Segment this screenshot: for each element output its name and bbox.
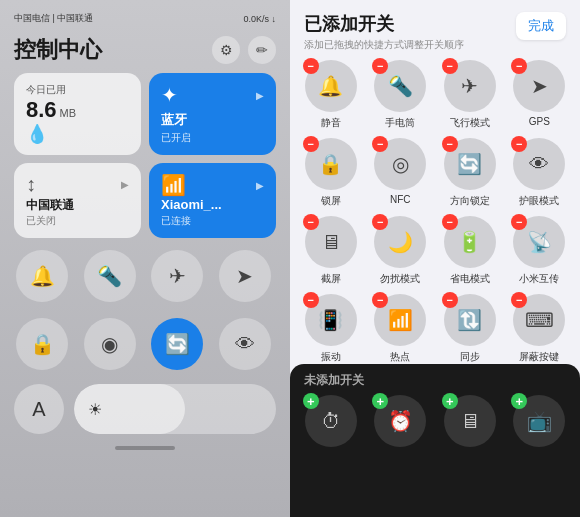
added-item-0[interactable]: 🔔 − 静音 bbox=[300, 60, 362, 130]
not-added-grid: ⏱ + ⏰ + 🖥 + 📺 + bbox=[300, 395, 570, 447]
brightness-bar[interactable]: ☀ bbox=[74, 384, 276, 434]
added-item-15[interactable]: ⌨ − 屏蔽按键 bbox=[509, 294, 571, 364]
airplane-icon-btn[interactable]: ✈ bbox=[151, 250, 203, 302]
tile-value: 8.6 bbox=[26, 97, 57, 123]
nfc-icon-btn[interactable]: ◉ bbox=[84, 318, 136, 370]
added-item-1[interactable]: 🔦 − 手电筒 bbox=[370, 60, 432, 130]
add-badge[interactable]: + bbox=[442, 393, 458, 409]
carrier-sub: 已关闭 bbox=[26, 214, 129, 228]
remove-badge[interactable]: − bbox=[303, 292, 319, 308]
water-icon: 💧 bbox=[26, 123, 129, 145]
rotation-icon-btn[interactable]: 🔄 bbox=[151, 318, 203, 370]
gps-icon-btn[interactable]: ➤ bbox=[219, 250, 271, 302]
font-label: A bbox=[32, 398, 45, 421]
added-item-12[interactable]: 📳 − 振动 bbox=[300, 294, 362, 364]
not-added-item-2[interactable]: 🖥 + bbox=[439, 395, 501, 447]
remove-badge[interactable]: − bbox=[303, 136, 319, 152]
added-label: 振动 bbox=[321, 350, 341, 364]
added-icon-wrap: ✈ − bbox=[444, 60, 496, 112]
title-icons: ⚙ ✏ bbox=[212, 36, 276, 64]
speed-text: 0.0K/s ↓ bbox=[243, 14, 276, 24]
added-item-2[interactable]: ✈ − 飞行模式 bbox=[439, 60, 501, 130]
added-label: 省电模式 bbox=[450, 272, 490, 286]
added-icon-wrap: 🔒 − bbox=[305, 138, 357, 190]
added-label: 飞行模式 bbox=[450, 116, 490, 130]
added-icon-wrap: ⌨ − bbox=[513, 294, 565, 346]
not-added-icon-wrap: ⏱ + bbox=[305, 395, 357, 447]
added-label: 静音 bbox=[321, 116, 341, 130]
right-title: 已添加开关 bbox=[304, 12, 464, 36]
water-tile[interactable]: 今日已用 8.6 MB 💧 bbox=[14, 73, 141, 155]
add-badge[interactable]: + bbox=[303, 393, 319, 409]
added-icon-wrap: 🔄 − bbox=[444, 138, 496, 190]
added-item-11[interactable]: 📡 − 小米互传 bbox=[509, 216, 571, 286]
gear-icon[interactable]: ⚙ bbox=[212, 36, 240, 64]
remove-badge[interactable]: − bbox=[442, 292, 458, 308]
title-row: 控制中心 ⚙ ✏ bbox=[14, 35, 276, 65]
added-icon-wrap: 📡 − bbox=[513, 216, 565, 268]
done-button[interactable]: 完成 bbox=[516, 12, 566, 40]
added-item-14[interactable]: 🔃 − 同步 bbox=[439, 294, 501, 364]
remove-badge[interactable]: − bbox=[303, 58, 319, 74]
added-label: NFC bbox=[390, 194, 411, 205]
remove-badge[interactable]: − bbox=[442, 58, 458, 74]
added-label: GPS bbox=[529, 116, 550, 127]
bottom-row: A ☀ bbox=[14, 384, 276, 434]
added-icon-wrap: 🔋 − bbox=[444, 216, 496, 268]
added-item-6[interactable]: 🔄 − 方向锁定 bbox=[439, 138, 501, 208]
remove-badge[interactable]: − bbox=[303, 214, 319, 230]
arrow-icon: ▶ bbox=[256, 90, 264, 101]
added-icon-wrap: 👁 − bbox=[513, 138, 565, 190]
not-added-section: 未添加开关 ⏱ + ⏰ + 🖥 + 📺 + bbox=[290, 364, 580, 517]
added-icon-wrap: 🔔 − bbox=[305, 60, 357, 112]
brightness-icon: ☀ bbox=[88, 400, 102, 419]
second-tiles-row: ↕ ▶ 中国联通 已关闭 📶 ▶ Xiaomi_... 已连接 bbox=[14, 163, 276, 238]
added-item-3[interactable]: ➤ − GPS bbox=[509, 60, 571, 130]
remove-badge[interactable]: − bbox=[442, 136, 458, 152]
added-label: 锁屏 bbox=[321, 194, 341, 208]
not-added-item-3[interactable]: 📺 + bbox=[509, 395, 571, 447]
edit-icon[interactable]: ✏ bbox=[248, 36, 276, 64]
added-item-13[interactable]: 📶 − 热点 bbox=[370, 294, 432, 364]
not-added-item-1[interactable]: ⏰ + bbox=[370, 395, 432, 447]
added-icon-wrap: 🌙 − bbox=[374, 216, 426, 268]
status-bar-left: 中国电信 | 中国联通 0.0K/s ↓ bbox=[14, 12, 276, 25]
bluetooth-label: 蓝牙 bbox=[161, 111, 264, 129]
added-icon-wrap: 🔦 − bbox=[374, 60, 426, 112]
bluetooth-tile[interactable]: ✦ ▶ 蓝牙 已开启 bbox=[149, 73, 276, 155]
lock-icon-btn[interactable]: 🔒 bbox=[16, 318, 68, 370]
added-item-9[interactable]: 🌙 − 勿扰模式 bbox=[370, 216, 432, 286]
added-item-7[interactable]: 👁 − 护眼模式 bbox=[509, 138, 571, 208]
wifi-tile[interactable]: 📶 ▶ Xiaomi_... 已连接 bbox=[149, 163, 276, 238]
not-added-icon-wrap: 🖥 + bbox=[444, 395, 496, 447]
added-label: 勿扰模式 bbox=[380, 272, 420, 286]
carrier-label: 中国联通 bbox=[26, 197, 129, 214]
page-title: 控制中心 bbox=[14, 35, 102, 65]
not-added-icon-wrap: 📺 + bbox=[513, 395, 565, 447]
added-label: 截屏 bbox=[321, 272, 341, 286]
eye-icon-btn[interactable]: 👁 bbox=[219, 318, 271, 370]
font-btn[interactable]: A bbox=[14, 384, 64, 434]
right-panel: 已添加开关 添加已拖拽的快捷方式调整开关顺序 完成 🔔 − 静音 🔦 − 手电筒… bbox=[290, 0, 580, 517]
added-icon-wrap: 📶 − bbox=[374, 294, 426, 346]
tile-unit: MB bbox=[60, 107, 77, 119]
left-panel: 中国电信 | 中国联通 0.0K/s ↓ 控制中心 ⚙ ✏ 今日已用 8.6 M… bbox=[0, 0, 290, 517]
added-item-5[interactable]: ◎ − NFC bbox=[370, 138, 432, 208]
wifi-label: Xiaomi_... bbox=[161, 197, 264, 212]
carrier-icon: ↕ bbox=[26, 173, 36, 196]
not-added-item-0[interactable]: ⏱ + bbox=[300, 395, 362, 447]
added-item-10[interactable]: 🔋 − 省电模式 bbox=[439, 216, 501, 286]
torch-icon-btn[interactable]: 🔦 bbox=[84, 250, 136, 302]
right-subtitle: 添加已拖拽的快捷方式调整开关顺序 bbox=[304, 38, 464, 52]
icon-grid-1: 🔔 🔦 ✈ ➤ bbox=[14, 246, 276, 306]
added-icon-wrap: ◎ − bbox=[374, 138, 426, 190]
added-label: 同步 bbox=[460, 350, 480, 364]
added-item-4[interactable]: 🔒 − 锁屏 bbox=[300, 138, 362, 208]
not-added-icon-wrap: ⏰ + bbox=[374, 395, 426, 447]
bell-icon-btn[interactable]: 🔔 bbox=[16, 250, 68, 302]
added-label: 屏蔽按键 bbox=[519, 350, 559, 364]
carrier-tile[interactable]: ↕ ▶ 中国联通 已关闭 bbox=[14, 163, 141, 238]
added-switches-grid: 🔔 − 静音 🔦 − 手电筒 ✈ − 飞行模式 ➤ − GPS 🔒 − 锁屏 ◎… bbox=[290, 60, 580, 364]
added-item-8[interactable]: 🖥 − 截屏 bbox=[300, 216, 362, 286]
remove-badge[interactable]: − bbox=[442, 214, 458, 230]
